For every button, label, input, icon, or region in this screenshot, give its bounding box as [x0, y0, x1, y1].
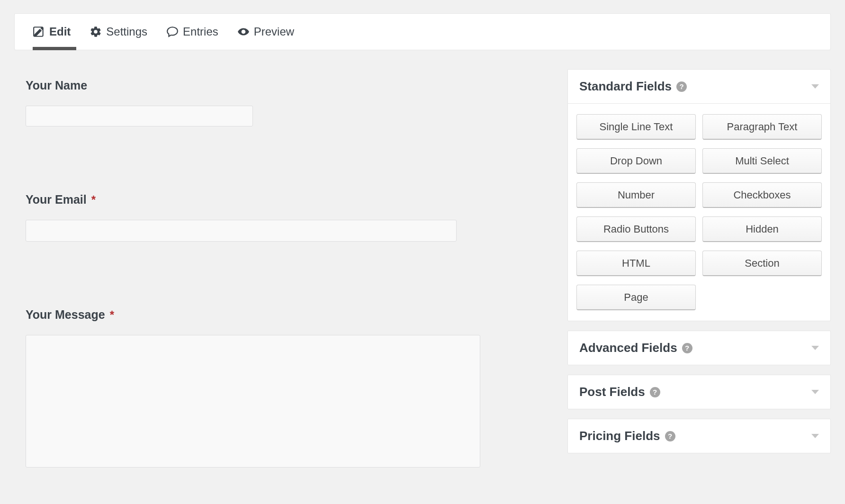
panel-standard-fields: Standard Fields ? Single Line Text Parag…	[567, 69, 831, 321]
tab-settings-label: Settings	[106, 25, 147, 38]
panel-header-standard[interactable]: Standard Fields ?	[568, 70, 830, 104]
chevron-down-icon	[811, 346, 819, 350]
add-page-button[interactable]: Page	[576, 285, 696, 310]
name-input[interactable]	[26, 106, 253, 126]
panel-title: Post Fields ?	[579, 385, 660, 399]
panel-title: Advanced Fields ?	[579, 341, 692, 355]
field-label-text: Your Name	[26, 79, 87, 92]
field-your-name[interactable]: Your Name	[26, 79, 549, 126]
add-single-line-text-button[interactable]: Single Line Text	[576, 114, 696, 140]
add-multi-select-button[interactable]: Multi Select	[702, 148, 822, 174]
gears-icon	[90, 26, 102, 38]
add-drop-down-button[interactable]: Drop Down	[576, 148, 696, 174]
email-input[interactable]	[26, 220, 457, 242]
chevron-down-icon	[811, 84, 819, 89]
comment-icon	[166, 26, 179, 38]
chevron-down-icon	[811, 434, 819, 438]
message-textarea[interactable]	[26, 335, 480, 468]
eye-icon	[237, 26, 250, 38]
panel-header-pricing[interactable]: Pricing Fields ?	[568, 419, 830, 453]
panel-pricing-fields: Pricing Fields ?	[567, 419, 831, 453]
tab-preview[interactable]: Preview	[228, 14, 304, 50]
panel-title: Standard Fields ?	[579, 79, 687, 94]
panel-header-advanced[interactable]: Advanced Fields ?	[568, 331, 830, 365]
field-label: Your Message *	[26, 308, 549, 322]
chevron-down-icon	[811, 390, 819, 394]
editor-toolbar: Edit Settings Entries Preview	[14, 13, 831, 50]
edit-icon	[33, 26, 45, 38]
add-radio-buttons-button[interactable]: Radio Buttons	[576, 216, 696, 242]
panel-title-text: Standard Fields	[579, 79, 672, 94]
help-icon[interactable]: ?	[650, 387, 660, 397]
add-number-button[interactable]: Number	[576, 182, 696, 208]
form-canvas: Your Name Your Email * Your Message *	[14, 69, 554, 468]
field-label-text: Your Email	[26, 193, 87, 207]
panel-title-text: Advanced Fields	[579, 341, 677, 355]
panel-title-text: Post Fields	[579, 385, 645, 399]
panel-title: Pricing Fields ?	[579, 429, 675, 443]
panel-header-post[interactable]: Post Fields ?	[568, 375, 830, 409]
panel-post-fields: Post Fields ?	[567, 375, 831, 409]
help-icon[interactable]: ?	[676, 81, 687, 92]
field-label-text: Your Message	[26, 308, 105, 322]
required-mark: *	[91, 193, 96, 207]
field-your-email[interactable]: Your Email *	[26, 193, 549, 242]
panel-title-text: Pricing Fields	[579, 429, 660, 443]
tab-settings[interactable]: Settings	[80, 14, 157, 50]
tab-edit-label: Edit	[49, 25, 71, 38]
tab-entries-label: Entries	[183, 25, 218, 38]
tab-edit[interactable]: Edit	[23, 14, 80, 50]
help-icon[interactable]: ?	[665, 431, 675, 441]
tab-entries[interactable]: Entries	[157, 14, 228, 50]
field-your-message[interactable]: Your Message *	[26, 308, 549, 468]
add-section-button[interactable]: Section	[702, 251, 822, 276]
add-paragraph-text-button[interactable]: Paragraph Text	[702, 114, 822, 140]
add-html-button[interactable]: HTML	[576, 251, 696, 276]
add-checkboxes-button[interactable]: Checkboxes	[702, 182, 822, 208]
panel-body-standard: Single Line Text Paragraph Text Drop Dow…	[568, 104, 830, 321]
field-label: Your Email *	[26, 193, 549, 207]
add-hidden-button[interactable]: Hidden	[702, 216, 822, 242]
tab-preview-label: Preview	[254, 25, 294, 38]
panel-advanced-fields: Advanced Fields ?	[567, 331, 831, 365]
help-icon[interactable]: ?	[682, 343, 692, 353]
field-label: Your Name	[26, 79, 549, 92]
fields-sidebar: Standard Fields ? Single Line Text Parag…	[567, 69, 831, 453]
main-area: Your Name Your Email * Your Message * St…	[0, 50, 845, 468]
required-mark: *	[110, 308, 114, 322]
